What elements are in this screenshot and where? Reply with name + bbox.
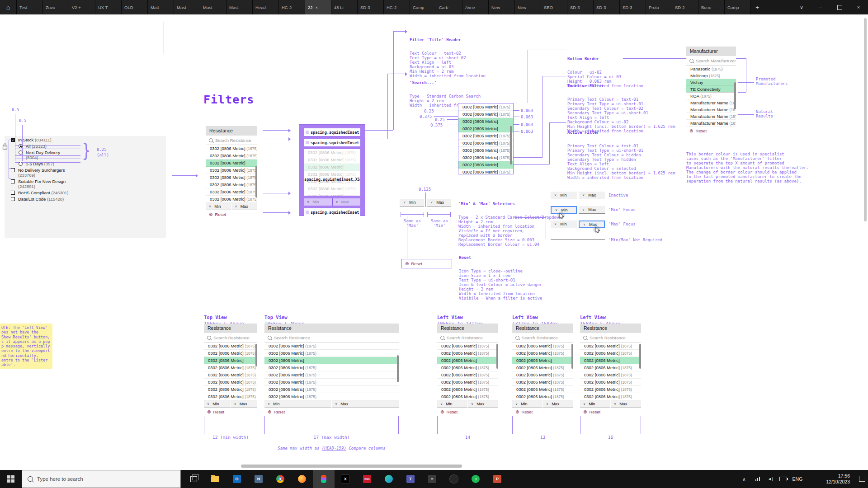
filter-option[interactable]: 0302 [0806 Metric] <box>580 357 641 364</box>
checkbox-icon[interactable] <box>11 197 15 201</box>
browser-tab[interactable]: Test × <box>17 0 43 14</box>
battery-icon[interactable] <box>778 470 788 488</box>
task-view-icon[interactable] <box>183 470 204 488</box>
filter-option[interactable]: 0302 [0806 Metric] <box>264 357 399 364</box>
checkbox-icon[interactable] <box>11 168 15 172</box>
max-dropdown[interactable]: ∨Max <box>579 206 605 214</box>
filter-option[interactable]: 0302 [0806 Metric] (1875) <box>264 393 399 400</box>
reset-button[interactable]: ⊗Reset <box>580 408 641 416</box>
filter-option[interactable]: Multicorp (1875) <box>686 72 736 79</box>
filter-option[interactable]: 0302 [0806 Metric] (1875) <box>264 379 399 386</box>
max-dropdown[interactable]: ∨Max <box>468 400 498 408</box>
browser-tab[interactable]: Proto × <box>646 0 672 14</box>
filter-option[interactable]: TE Connectivity <box>686 86 736 93</box>
min-dropdown[interactable]: ∨Min <box>512 400 542 408</box>
x-app-icon[interactable]: X <box>335 470 356 488</box>
filter-search[interactable]: Search Resistance <box>580 333 641 343</box>
scrollbar[interactable] <box>510 126 512 164</box>
language-indicator[interactable]: ENG <box>790 470 805 488</box>
stock-filter-option[interactable]: No Delivery Surchargers (233769) <box>11 168 70 178</box>
filter-option[interactable]: Panasonic (1875) <box>686 66 736 72</box>
max-dropdown[interactable]: ∨Max <box>611 400 641 408</box>
browser-tab[interactable]: Mast × <box>200 0 226 14</box>
filter-option[interactable]: 0302 [0806 Metric] (1875) <box>206 167 257 174</box>
new-tab-button[interactable]: + <box>751 0 764 14</box>
spotify-icon[interactable]: ♫ <box>465 470 486 488</box>
filter-option[interactable]: Manufacturer Name (1875) <box>686 99 736 106</box>
browser-tab[interactable]: Head × <box>253 0 279 14</box>
filter-option[interactable]: 0302 [0806 Metric] (1875) <box>580 371 641 379</box>
max-dropdown[interactable]: ∨Max <box>579 192 605 199</box>
scrollbar[interactable] <box>255 166 257 197</box>
filter-option[interactable]: 0302 [0806 Metric] (1875) <box>580 393 641 400</box>
taskbar-search[interactable]: Type here to search <box>22 470 181 488</box>
filter-option[interactable]: 0302 [0806 Metric] <box>437 357 498 364</box>
app-dark-icon[interactable] <box>443 470 465 488</box>
filter-option[interactable]: 0302 [0806 Metric] (1875) <box>204 343 257 350</box>
scrollbar[interactable] <box>734 82 736 109</box>
browser-tab[interactable]: SD-2 × <box>672 0 698 14</box>
min-dropdown[interactable]: ∨Min <box>204 400 231 408</box>
filter-option[interactable]: 0302 [0806 Metric] (1875) <box>204 379 257 386</box>
browser-tab[interactable]: SEO × <box>541 0 567 14</box>
filter-option[interactable]: 0302 [0806 Metric] (1875) <box>437 350 498 357</box>
browser-tab[interactable]: SD-3 × <box>620 0 646 14</box>
filter-option[interactable]: 0302 [0806 Metric] (1875) <box>512 386 573 393</box>
checkbox-icon[interactable] <box>19 162 23 166</box>
minimize-button[interactable]: – <box>811 0 830 14</box>
filter-option[interactable]: 0302 [0806 Metric] (1875) <box>264 350 399 357</box>
home-tab[interactable]: ⌂ <box>0 0 17 14</box>
filter-option[interactable]: 0302 [0806 Metric] (1875) <box>437 386 498 393</box>
filter-option[interactable]: 0302 [0806 Metric] (1875) <box>512 350 573 357</box>
close-tab-icon[interactable]: × <box>316 5 318 10</box>
min-dropdown[interactable]: ∨Min <box>264 400 331 408</box>
filter-option[interactable]: Manufacturer Name (1875) <box>686 113 736 120</box>
filter-option[interactable]: 0302 [0806 Metric] (1875) <box>512 364 573 371</box>
max-dropdown[interactable]: ∨Max <box>231 400 258 408</box>
filter-option[interactable]: 0302 [0806 Metric] (1875) <box>206 174 257 181</box>
browser-tab[interactable]: SD-3 × <box>567 0 594 14</box>
browser-tab[interactable]: Bunc × <box>698 0 725 14</box>
min-dropdown[interactable]: ∨Min <box>551 221 577 228</box>
min-dropdown[interactable]: ∨Min <box>206 203 231 210</box>
min-dropdown[interactable]: ∨Min <box>580 400 610 408</box>
speaker-icon[interactable]: ◄) <box>765 470 776 488</box>
filter-option[interactable]: 0302 [0806 Metric] (1875) <box>580 364 641 371</box>
network-icon[interactable] <box>752 470 763 488</box>
filter-option[interactable]: 0302 [0806 Metric] <box>458 125 513 132</box>
browser-tab[interactable]: V2 + × <box>69 0 95 14</box>
filter-option[interactable]: 0302 [0806 Metric] (1875) <box>204 350 257 357</box>
tab-list-chevron-icon[interactable]: ∨ <box>792 0 811 14</box>
browser-tab[interactable]: Zuvo × <box>43 0 69 14</box>
reset-button[interactable]: ⊗Reset <box>204 408 257 416</box>
filter-option[interactable]: Manufacturer Name (1875) <box>686 106 736 113</box>
max-dropdown[interactable]: ∨Max <box>543 400 573 408</box>
reset-button[interactable]: ⊗Reset <box>512 408 573 416</box>
filter-option[interactable]: 0302 [0806 Metric] (1875) <box>580 379 641 386</box>
teams-icon[interactable]: T <box>400 470 421 488</box>
browser-tab[interactable]: New × <box>489 0 515 14</box>
min-dropdown[interactable]: ∨Min <box>400 199 424 206</box>
filter-option[interactable]: 0302 [0806 Metric] (1875) <box>206 196 257 203</box>
browser-tab[interactable]: HC-2 × <box>384 0 410 14</box>
filter-option[interactable]: 0302 [0806 Metric] (1875) <box>204 364 257 371</box>
stock-filter-option[interactable]: All (25323) <box>19 144 70 149</box>
browser-tab[interactable]: UX T × <box>95 0 122 14</box>
filter-option[interactable]: 0302 [0806 Metric] (1875) <box>206 152 257 160</box>
browser-tab[interactable]: 22 × <box>305 0 331 14</box>
filter-option[interactable]: Manufacturer Name (1875) <box>686 120 736 127</box>
scrollbar[interactable] <box>397 355 399 382</box>
browser-tab[interactable]: Avne × <box>462 0 489 14</box>
max-dropdown-focused[interactable]: ∨Max <box>579 221 605 228</box>
browser-tab[interactable]: Comp × <box>725 0 751 14</box>
filter-option[interactable]: 0302 [0806 Metric] (1875) <box>264 343 399 350</box>
outlook-icon[interactable]: O <box>226 470 248 488</box>
filter-option[interactable]: 0302 [0806 Metric] (1875) <box>437 343 498 350</box>
checkbox-icon[interactable] <box>11 179 15 183</box>
filter-search[interactable]: Search Resistance <box>512 333 573 343</box>
filter-search[interactable]: Search Resistance <box>204 333 257 343</box>
file-explorer-icon[interactable] <box>204 470 226 488</box>
filter-option[interactable]: 0302 [0806 Metric] (1875) <box>458 111 513 118</box>
browser-tab[interactable]: Comp × <box>410 0 436 14</box>
filter-search[interactable]: Search Manufacturer <box>686 56 736 66</box>
